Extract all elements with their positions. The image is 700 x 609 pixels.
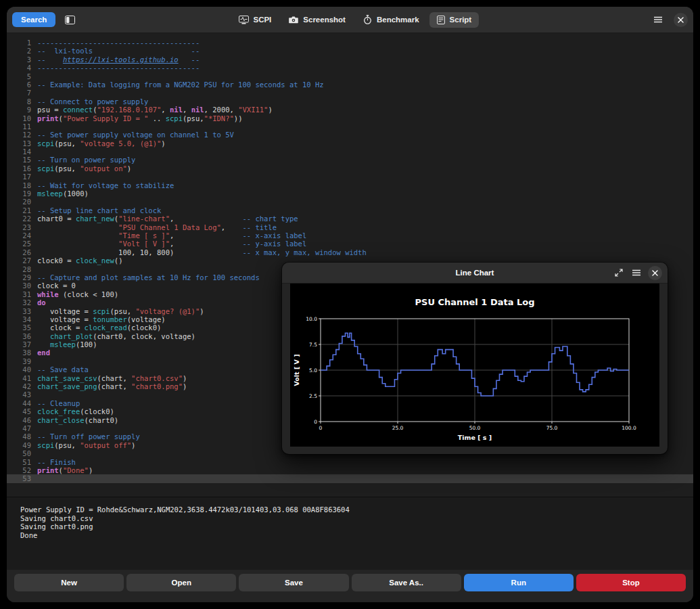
code-text: chart_close(chart0)	[37, 416, 118, 424]
chart-menu-button[interactable]	[630, 267, 643, 278]
console-line: Done	[20, 531, 693, 540]
code-line[interactable]: 10print("Power Supply ID = " .. scpi(psu…	[7, 114, 693, 122]
tab-scpi[interactable]: SCPI	[231, 12, 279, 28]
code-line[interactable]: 9psu = connect("192.168.0.107", nil, nil…	[7, 106, 693, 114]
chart-expand-button[interactable]	[613, 267, 625, 278]
line-number: 10	[7, 114, 37, 122]
code-line[interactable]: 22chart0 = chart_new("line-chart", -- ch…	[7, 215, 693, 223]
line-number: 3	[7, 55, 37, 64]
code-line[interactable]: 15-- Turn on power supply	[7, 156, 693, 164]
code-line[interactable]: 25 "Volt [ V ]", -- y-axis label	[7, 240, 693, 248]
line-number: 40	[7, 365, 37, 374]
code-text: clock = clock_read(clock0)	[37, 323, 161, 332]
line-number: 27	[7, 256, 37, 265]
code-text: clock0 = clock_new()	[37, 256, 122, 265]
code-text: end	[37, 348, 50, 357]
code-line[interactable]: 12-- Set power supply voltage on channel…	[7, 131, 693, 139]
primary-menu-button[interactable]	[649, 13, 667, 26]
code-text: -- Capture and plot samples at 10 Hz for…	[37, 273, 260, 281]
code-text: chart_save_png(chart, "chart0.png")	[37, 382, 187, 390]
line-number: 12	[7, 131, 37, 139]
tab-label: Script	[450, 16, 472, 24]
save-as-button[interactable]: Save As..	[352, 574, 461, 591]
code-line[interactable]: 53	[7, 474, 693, 482]
line-number: 11	[7, 122, 37, 131]
code-line[interactable]: 16scpi(psu, "output on")	[7, 164, 693, 173]
svg-text:100.0: 100.0	[622, 425, 636, 431]
code-text: 100, 10, 800) -- x max, y max, window wi…	[37, 248, 367, 256]
sidebar-toggle-button[interactable]	[61, 13, 79, 27]
code-line[interactable]: 21-- Setup line chart and clock	[7, 206, 693, 215]
line-number: 44	[7, 399, 37, 407]
code-text: -- Cleanup	[37, 399, 80, 407]
code-line[interactable]: 18-- Wait for voltage to stabilize	[7, 181, 693, 189]
line-number: 47	[7, 424, 37, 432]
code-line[interactable]: 1--------------------------------------	[7, 39, 693, 47]
code-line[interactable]: 17	[7, 173, 693, 181]
line-number: 23	[7, 223, 37, 231]
line-number: 24	[7, 231, 37, 240]
code-text: scpi(psu, "output off")	[37, 441, 135, 449]
line-number: 13	[7, 139, 37, 148]
code-text: -- Save data	[37, 365, 89, 374]
code-line[interactable]: 7	[7, 89, 693, 97]
code-line[interactable]: 2-- lxi-tools --	[7, 47, 693, 55]
code-line[interactable]: 8-- Connect to power supply	[7, 97, 693, 106]
code-line[interactable]: 14	[7, 148, 693, 156]
console-line: Saving chart0.png	[20, 522, 693, 531]
code-text: chart_save_csv(chart, "chart0.csv")	[37, 374, 187, 382]
stop-button[interactable]: Stop	[576, 574, 686, 591]
tab-screenshot[interactable]: Screenshot	[281, 12, 353, 27]
code-text: print("Power Supply ID = " .. scpi(psu,"…	[37, 114, 243, 122]
chart-window-controls	[613, 266, 668, 280]
svg-text:0: 0	[319, 425, 323, 431]
code-text: "PSU Channel 1 Data Log", -- title	[37, 223, 277, 231]
line-number: 50	[7, 449, 37, 457]
open-button[interactable]: Open	[126, 574, 236, 591]
code-line[interactable]: 4--------------------------------------	[7, 64, 693, 72]
code-text: -- Set power supply voltage on channel 1…	[37, 131, 234, 139]
code-text: voltage = scpi(psu, "voltage? (@1)")	[37, 307, 204, 315]
line-number: 15	[7, 156, 37, 164]
code-line[interactable]: 19msleep(1000)	[7, 189, 693, 198]
save-button[interactable]: Save	[239, 574, 348, 591]
script-icon	[437, 16, 445, 24]
code-line[interactable]: 3-- https://lxi-tools.github.io --	[7, 55, 693, 64]
code-line[interactable]: 11	[7, 122, 693, 131]
code-line[interactable]: 52print("Done")	[7, 466, 693, 474]
code-text: psu = connect("192.168.0.107", nil, nil,…	[37, 106, 273, 114]
tab-benchmark[interactable]: Benchmark	[356, 12, 427, 28]
code-line[interactable]: 13scpi(psu, "voltage 5.0, (@1)")	[7, 139, 693, 148]
search-button[interactable]: Search	[12, 12, 55, 27]
line-number: 45	[7, 407, 37, 415]
run-button[interactable]: Run	[464, 574, 574, 591]
sidebar-toggle-icon	[65, 16, 75, 24]
chart-close-button[interactable]	[648, 266, 662, 280]
tab-label: Benchmark	[377, 16, 419, 24]
line-chart-window[interactable]: Line Chart 025.050.075.0100.002.55.07.51…	[282, 263, 668, 454]
code-line[interactable]: 26 100, 10, 800) -- x max, y max, window…	[7, 248, 693, 256]
line-number: 36	[7, 332, 37, 340]
new-button[interactable]: New	[14, 574, 124, 591]
code-line[interactable]: 5	[7, 72, 693, 81]
code-line[interactable]: 20	[7, 198, 693, 206]
camera-icon	[289, 16, 298, 24]
code-text: -- Finish	[37, 458, 76, 466]
close-icon	[652, 270, 658, 276]
code-text: -- lxi-tools --	[37, 47, 200, 55]
expand-icon	[615, 269, 623, 277]
line-number: 21	[7, 206, 37, 215]
line-number: 35	[7, 323, 37, 332]
tab-script[interactable]: Script	[429, 12, 480, 28]
code-text: msleep(1000)	[37, 189, 89, 198]
code-text: voltage = tonumber(voltage)	[37, 315, 166, 323]
code-text: print("Done")	[37, 466, 93, 474]
window-close-button[interactable]	[674, 13, 688, 27]
code-line[interactable]: 6-- Example: Data logging from a NGM202 …	[7, 81, 693, 89]
code-line[interactable]: 24 "Time [ s ]", -- x-axis label	[7, 231, 693, 240]
chart-window-titlebar[interactable]: Line Chart	[282, 263, 668, 284]
code-line[interactable]: 23 "PSU Channel 1 Data Log", -- title	[7, 223, 693, 231]
line-number: 9	[7, 106, 37, 114]
code-line[interactable]: 51-- Finish	[7, 458, 693, 466]
code-text: --------------------------------------	[37, 39, 200, 47]
